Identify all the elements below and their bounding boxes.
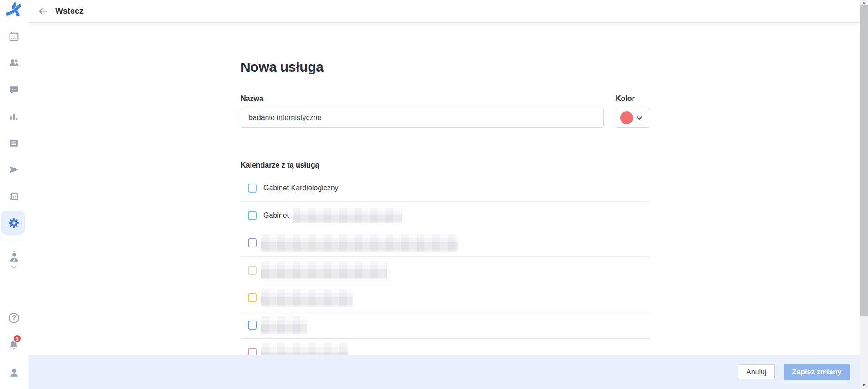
svg-text:?: ? <box>12 314 16 321</box>
redacted-text-blur <box>261 261 387 279</box>
calendar-row <box>241 311 649 339</box>
save-button[interactable]: Zapisz zmiany <box>784 364 850 380</box>
sidebar-item-notifications[interactable]: 3 <box>0 338 28 352</box>
sidebar-item-stats[interactable] <box>0 110 28 122</box>
selected-color-swatch <box>620 111 633 124</box>
send-icon <box>8 164 20 175</box>
calendar-list: Gabinet Kardiologiczny Gabinet <box>241 174 649 366</box>
calendar-checkbox[interactable] <box>248 211 257 220</box>
doctor-icon <box>8 250 20 263</box>
calendar-checkbox[interactable] <box>248 293 257 302</box>
services-list-icon <box>8 137 20 149</box>
calendar-row-label: Gabinet Kardiologiczny <box>263 184 339 192</box>
redacted-text-blur <box>293 208 402 223</box>
scrollbar-thumb[interactable] <box>860 5 868 316</box>
sidebar-item-help[interactable]: ? <box>0 311 28 324</box>
vertical-scrollbar[interactable] <box>860 0 868 389</box>
settings-gear-icon <box>8 217 20 229</box>
service-name-input[interactable] <box>241 108 604 128</box>
calendar-row <box>241 229 649 257</box>
chevron-down-icon <box>636 116 643 120</box>
calendar-checkbox[interactable] <box>248 184 257 193</box>
sidebar-item-profile[interactable] <box>0 366 28 379</box>
app-logo-icon <box>6 2 22 17</box>
sidebar: ? 3 <box>0 0 28 389</box>
notification-badge: 3 <box>13 334 21 343</box>
sidebar-item-chat[interactable] <box>0 84 28 95</box>
sidebar-item-services[interactable] <box>0 137 28 149</box>
help-icon: ? <box>8 312 20 324</box>
footer-bar: Anuluj Zapisz zmiany <box>28 355 860 389</box>
sidebar-item-calendar[interactable] <box>0 30 28 42</box>
name-label: Nazwa <box>241 95 263 103</box>
page-title: Nowa usługa <box>241 59 324 75</box>
calendar-checkbox[interactable] <box>248 238 257 247</box>
cancel-button[interactable]: Anuluj <box>738 364 774 379</box>
sidebar-item-settings[interactable] <box>0 217 28 229</box>
stats-icon <box>8 111 20 122</box>
topbar: Wstecz <box>28 0 860 23</box>
profile-icon <box>8 367 20 378</box>
redacted-text-blur <box>261 289 353 307</box>
chat-icon <box>8 84 20 95</box>
back-arrow-icon <box>37 6 48 16</box>
sidebar-item-terminal[interactable] <box>0 190 28 202</box>
sidebar-item-doctor[interactable] <box>0 249 28 263</box>
app-logo[interactable] <box>0 2 28 17</box>
main-content: Nowa usługa Nazwa Kolor Kalendarze z tą … <box>28 23 860 355</box>
calendar-row: Gabinet Kardiologiczny <box>241 174 649 202</box>
calendar-checkbox[interactable] <box>248 266 257 275</box>
calendar-row <box>241 284 649 311</box>
scrollbar-down-arrow-icon[interactable] <box>862 384 866 386</box>
color-select[interactable] <box>616 108 649 128</box>
back-label[interactable]: Wstecz <box>55 6 84 16</box>
calendar-row-label: Gabinet <box>263 211 289 220</box>
redacted-text-blur <box>261 316 307 334</box>
calendars-label: Kalendarze z tą usługą <box>241 161 319 169</box>
calendar-checkbox[interactable] <box>248 321 257 330</box>
redacted-text-blur <box>261 234 458 252</box>
terminal-icon <box>8 190 20 202</box>
patients-icon <box>8 57 20 68</box>
calendar-row: Gabinet <box>241 202 649 229</box>
doctor-chevron-down-icon[interactable] <box>0 264 28 269</box>
scrollbar-up-arrow-icon[interactable] <box>862 2 866 4</box>
sidebar-divider <box>0 241 28 241</box>
back-button[interactable] <box>37 6 48 16</box>
color-label: Kolor <box>616 95 635 103</box>
calendar-row <box>241 257 649 284</box>
sidebar-item-send[interactable] <box>0 163 28 175</box>
calendar-icon <box>8 31 20 42</box>
sidebar-item-patients[interactable] <box>0 57 28 68</box>
